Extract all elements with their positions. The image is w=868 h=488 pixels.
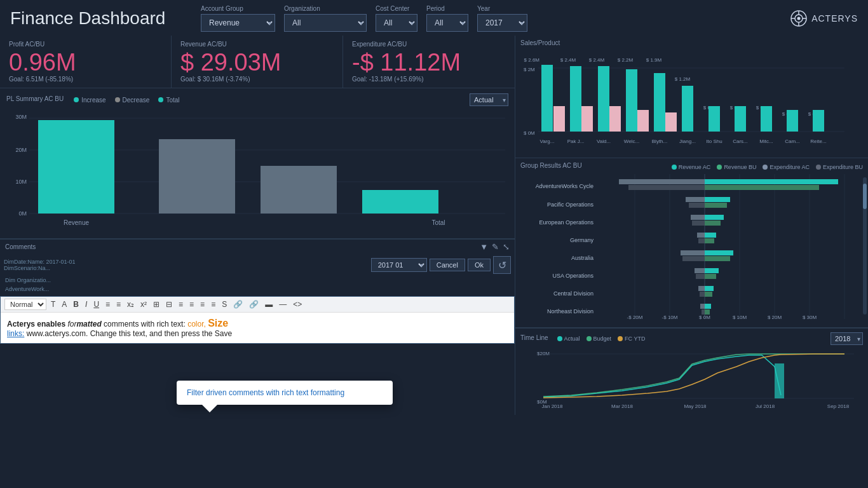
cost-center-select[interactable]: All bbox=[376, 14, 417, 32]
align-left-btn[interactable]: ≡ bbox=[177, 299, 185, 309]
timeline-year-select[interactable]: 2018 2017 bbox=[831, 332, 863, 345]
legend-fc-ytd: FC YTD bbox=[618, 336, 645, 342]
date-selector[interactable]: 2017 01 2017 02 bbox=[371, 258, 427, 272]
svg-text:$ 30M: $ 30M bbox=[803, 315, 817, 320]
editor-link-text[interactable]: links: bbox=[7, 329, 24, 338]
subscript-btn[interactable]: x₂ bbox=[125, 299, 136, 309]
organization-select-wrapper[interactable]: All bbox=[284, 14, 367, 32]
expand-icon-btn[interactable]: ⤡ bbox=[503, 242, 510, 252]
svg-rect-105 bbox=[700, 304, 705, 309]
year-label: Year bbox=[477, 5, 527, 12]
cost-center-select-wrapper[interactable]: All bbox=[376, 14, 417, 32]
profit-kpi: Profit AC/BU 0.96M Goal: 6.51M (-85.18%) bbox=[0, 36, 172, 88]
pl-dropdown[interactable]: Actual Budget bbox=[470, 93, 508, 106]
group-results-scrollbar[interactable] bbox=[863, 177, 867, 315]
sales-product-title: Sales/Product bbox=[520, 39, 863, 46]
svg-text:$ 2.4M: $ 2.4M bbox=[589, 57, 605, 63]
svg-rect-102 bbox=[700, 292, 705, 297]
editor-plain-text: comments with rich text: bbox=[102, 320, 187, 329]
underline-btn[interactable]: U bbox=[92, 299, 101, 309]
date-selector-wrapper[interactable]: 2017 01 2017 02 bbox=[371, 258, 427, 272]
svg-text:$ 20M: $ 20M bbox=[768, 315, 782, 320]
account-group-select[interactable]: Revenue Expenditure Profit bbox=[201, 14, 275, 32]
comments-title: Comments bbox=[5, 243, 36, 250]
cancel-button[interactable]: Cancel bbox=[430, 259, 465, 271]
svg-text:$ 0M: $ 0M bbox=[524, 130, 535, 136]
bold-btn[interactable]: B bbox=[71, 299, 81, 309]
hr-btn[interactable]: — bbox=[277, 299, 288, 309]
svg-rect-77 bbox=[619, 179, 705, 184]
align-center-btn[interactable]: ≡ bbox=[187, 299, 196, 309]
italic-btn[interactable]: I bbox=[83, 299, 89, 309]
svg-text:$ 2.6M: $ 2.6M bbox=[524, 57, 540, 63]
cost-center-label: Cost Center bbox=[376, 5, 417, 12]
svg-rect-75 bbox=[705, 179, 838, 184]
comment-line-3: Dim Organizatio... bbox=[0, 276, 515, 285]
profit-label: Profit AC/BU bbox=[9, 41, 162, 48]
svg-text:30M: 30M bbox=[15, 114, 27, 120]
left-panels: Profit AC/BU 0.96M Goal: 6.51M (-85.18%)… bbox=[0, 36, 515, 415]
pl-bar-3 bbox=[261, 166, 337, 214]
svg-text:$ 2.2M: $ 2.2M bbox=[618, 57, 634, 63]
legend-dot-decrease bbox=[115, 97, 120, 102]
svg-text:Reite...: Reite... bbox=[810, 139, 826, 144]
ok-button[interactable]: Ok bbox=[468, 259, 491, 271]
account-group-filter: Account Group Revenue Expenditure Profit bbox=[201, 5, 275, 32]
editor-italic-text: formatted bbox=[67, 320, 101, 329]
organization-select[interactable]: All bbox=[284, 14, 367, 32]
unordered-list-btn[interactable]: ≡ bbox=[114, 299, 123, 309]
font-name-select[interactable]: Normal H1 H2 bbox=[4, 299, 46, 310]
align-justify-btn[interactable]: ≡ bbox=[209, 299, 217, 309]
editor-content[interactable]: Acterys enables formatted comments with … bbox=[1, 313, 514, 343]
align-right-btn[interactable]: ≡ bbox=[198, 299, 207, 309]
svg-rect-89 bbox=[697, 233, 705, 238]
svg-text:$ 1.9M: $ 1.9M bbox=[646, 57, 662, 63]
svg-rect-38 bbox=[682, 86, 693, 132]
unlink-btn[interactable]: 🔗 bbox=[247, 299, 261, 309]
pl-summary-chart: 30M 20M 10M 0M Revenue Total bbox=[6, 109, 508, 236]
group-results-title: Group Results AC BU bbox=[520, 162, 582, 169]
filter-icon-btn[interactable]: ▼ bbox=[480, 242, 488, 252]
period-select-wrapper[interactable]: All bbox=[426, 14, 468, 32]
superscript-btn[interactable]: x² bbox=[139, 299, 149, 309]
svg-text:Australia: Australia bbox=[571, 255, 593, 261]
svg-rect-81 bbox=[686, 197, 705, 202]
svg-rect-93 bbox=[681, 250, 705, 255]
indent-btn[interactable]: ⊞ bbox=[151, 299, 161, 309]
refresh-icon-btn[interactable]: ↺ bbox=[493, 256, 511, 274]
font-name-wrapper[interactable]: Normal H1 H2 bbox=[4, 299, 46, 310]
ordered-list-btn[interactable]: ≡ bbox=[104, 299, 112, 309]
code-btn[interactable]: <> bbox=[291, 299, 304, 309]
svg-rect-101 bbox=[698, 286, 705, 291]
logo-area: ACTERYS bbox=[790, 10, 858, 27]
svg-rect-80 bbox=[705, 203, 727, 208]
year-select[interactable]: 2017 2018 2016 bbox=[477, 14, 527, 32]
account-group-select-wrapper[interactable]: Revenue Expenditure Profit bbox=[201, 14, 275, 32]
svg-rect-94 bbox=[682, 256, 705, 261]
svg-text:May 2018: May 2018 bbox=[684, 403, 707, 409]
svg-rect-37 bbox=[654, 73, 665, 132]
filters-row: Account Group Revenue Expenditure Profit… bbox=[201, 5, 777, 32]
svg-rect-43 bbox=[813, 110, 824, 132]
sales-product-chart: $ 2.6M $ 2.4M $ 2.4M $ 2.2M $ 1.9M $ 1.2… bbox=[520, 49, 864, 154]
font-size-btn[interactable]: T bbox=[49, 299, 57, 309]
svg-rect-48 bbox=[665, 112, 677, 132]
highlight-btn[interactable]: ▬ bbox=[263, 299, 275, 309]
font-color-btn[interactable]: A bbox=[60, 299, 69, 309]
strikethrough-btn[interactable]: S bbox=[220, 299, 229, 309]
timeline-dropdown-wrapper[interactable]: 2018 2017 bbox=[831, 332, 863, 345]
edit-icon-btn[interactable]: ✎ bbox=[492, 242, 499, 252]
svg-text:$ 2M: $ 2M bbox=[524, 67, 535, 72]
link-btn[interactable]: 🔗 bbox=[231, 299, 245, 309]
editor-toolbar: Normal H1 H2 T A B I U ≡ ≡ x₂ x² ⊞ ⊟ bbox=[1, 297, 514, 313]
pl-bar-total bbox=[362, 190, 438, 214]
revenue-kpi: Revenue AC/BU $ 29.03M Goal: $ 30.16M (-… bbox=[172, 36, 343, 88]
year-filter: Year 2017 2018 2016 bbox=[477, 5, 527, 32]
svg-text:10M: 10M bbox=[15, 179, 27, 185]
svg-rect-84 bbox=[705, 220, 721, 226]
timeline-chart: $20M $0M Jan 2018 Mar 2018 May 2018 Jul … bbox=[520, 348, 857, 411]
outdent-btn[interactable]: ⊟ bbox=[164, 299, 174, 309]
period-select[interactable]: All bbox=[426, 14, 468, 32]
year-select-wrapper[interactable]: 2017 2018 2016 bbox=[477, 14, 527, 32]
pl-dropdown-wrapper[interactable]: Actual Budget bbox=[470, 93, 508, 106]
